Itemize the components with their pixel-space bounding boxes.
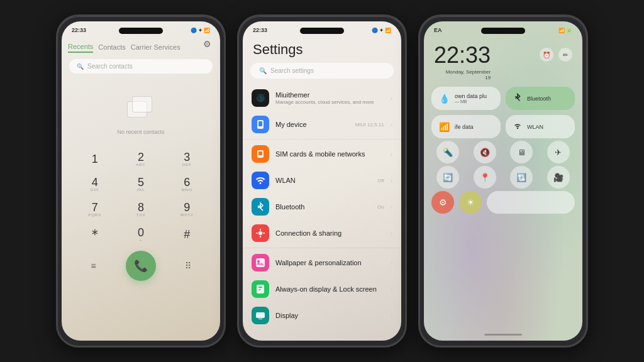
phone-settings: 22:33 🔵 ✦ 📶 Settings 🔍 Search settings 🌑…	[237, 14, 407, 348]
bluetooth-icon	[252, 198, 269, 216]
status-icons: 🔵 ✦ 📶	[372, 28, 391, 33]
chevron-icon: ›	[391, 312, 392, 319]
clock-area: 22:33 Monday, September 19	[434, 44, 491, 80]
location-button[interactable]: 📍	[474, 166, 496, 189]
search-placeholder: Search contacts	[87, 63, 133, 70]
tab-contacts[interactable]: Contacts	[98, 42, 125, 52]
call-button[interactable]: 📞	[126, 251, 156, 281]
card-fg	[132, 96, 152, 112]
settings-sim[interactable]: SIM cards & mobile networks ›	[243, 141, 401, 167]
settings-wallpaper[interactable]: Wallpaper & personalization ›	[243, 250, 401, 276]
bluetooth-label: Bluetooth	[275, 203, 371, 211]
mydevice-icon	[252, 116, 269, 133]
contact-placeholder-icon	[127, 96, 155, 124]
control-icon-row2: 🔄 📍 🔃 🎥	[431, 166, 575, 189]
torch-button[interactable]: 🔦	[436, 141, 459, 163]
sim-label: SIM cards & mobile networks	[275, 150, 384, 158]
sim-content: SIM cards & mobile networks	[275, 150, 384, 158]
search-icon: 🔍	[77, 63, 84, 70]
wlan-content: WLAN	[275, 177, 371, 184]
dial-hash[interactable]: #	[164, 222, 210, 247]
data-tile-info: own data plu — MB	[455, 93, 487, 104]
home-indicator[interactable]	[484, 334, 522, 336]
bluetooth-content: Bluetooth	[275, 203, 371, 211]
settings-connection[interactable]: Connection & sharing ›	[243, 220, 401, 246]
settings-mydevice[interactable]: My device MIUI 12.5.11 ›	[243, 111, 401, 138]
dialpad: 1 2ABC 3DEF 4GHI 5JKL 6MNO 7PQRS 8TUV 9W…	[72, 146, 210, 247]
bottom-controls: ⚙ ☀	[431, 191, 575, 214]
auto-rotate-button[interactable]: 🔄	[436, 166, 459, 189]
miuithemer-label: Miuithemer	[275, 91, 384, 99]
bluetooth-meta: On	[377, 204, 384, 210]
connection-content: Connection & sharing	[275, 229, 384, 237]
wallpaper-icon	[252, 254, 269, 272]
wlan-tile[interactable]: WLAN	[506, 115, 575, 138]
dial-2[interactable]: 2ABC	[118, 146, 164, 172]
status-icons: 🔵 ✦ 📶	[191, 28, 210, 33]
screen-record-button[interactable]: 🖥	[510, 141, 533, 163]
brightness-button[interactable]: ☀	[459, 191, 482, 214]
dial-0[interactable]: 0+	[118, 222, 164, 247]
settings-display[interactable]: Display ›	[243, 302, 401, 329]
settings-screen: 22:33 🔵 ✦ 📶 Settings 🔍 Search settings 🌑…	[243, 21, 401, 341]
camera-button[interactable]: 🎥	[547, 166, 570, 189]
red-setting-button[interactable]: ⚙	[431, 191, 454, 214]
camera-notch	[481, 28, 525, 34]
control-icon-row1: 🔦 🔇 🖥 ✈	[431, 141, 575, 163]
data-sub: — MB	[455, 99, 487, 104]
keypad-button[interactable]: ⠿	[177, 255, 199, 277]
mobile-data-tile[interactable]: 📶 ife data	[431, 115, 501, 138]
dial-5[interactable]: 5JKL	[118, 172, 164, 197]
clock-actions: ⏰ ✏	[540, 48, 572, 62]
clock-date: Monday, September 19	[434, 69, 491, 80]
mobile-data-icon: 📶	[439, 122, 450, 132]
settings-list: 🌑 Miuithemer Manage accounts, cloud serv…	[243, 85, 401, 329]
mobile-data-label: ife data	[455, 124, 474, 130]
bluetooth-tile[interactable]: Bluetooth	[506, 87, 575, 110]
airplane-button[interactable]: ✈	[547, 141, 570, 163]
alarm-icon[interactable]: ⏰	[540, 48, 553, 62]
settings-bluetooth[interactable]: Bluetooth On ›	[243, 194, 401, 220]
search-placeholder: Search settings	[270, 67, 314, 74]
contact-search-bar[interactable]: 🔍 Search contacts	[69, 59, 213, 74]
edit-icon[interactable]: ✏	[558, 48, 572, 62]
dial-3[interactable]: 3DEF	[164, 146, 210, 172]
voicemail-button[interactable]: ≡	[82, 255, 105, 277]
miuithemer-content: Miuithemer Manage accounts, cloud servic…	[275, 91, 384, 105]
wlan-tile-icon	[513, 121, 522, 132]
svg-rect-11	[256, 312, 265, 318]
nfc-button[interactable]: 🔃	[510, 166, 533, 189]
dial-7[interactable]: 7PQRS	[72, 197, 118, 222]
camera-notch	[119, 28, 163, 34]
chevron-icon: ›	[391, 286, 392, 293]
dial-actions: ≡ 📞 ⠿	[62, 247, 220, 285]
dial-4[interactable]: 4GHI	[72, 172, 118, 197]
miuithemer-icon: 🌑	[252, 89, 269, 107]
dial-8[interactable]: 8TUV	[118, 197, 164, 222]
bluetooth-tile-icon	[513, 93, 522, 104]
status-icons: 📶 🔋	[558, 28, 572, 33]
wlan-tile-label: WLAN	[527, 124, 543, 130]
settings-search-bar[interactable]: 🔍 Search settings	[250, 63, 394, 79]
settings-miuithemer[interactable]: 🌑 Miuithemer Manage accounts, cloud serv…	[243, 85, 401, 111]
data-tile[interactable]: 💧 own data plu — MB	[431, 87, 501, 110]
mute-button[interactable]: 🔇	[474, 141, 496, 163]
control-tiles-grid: 💧 own data plu — MB Bluetooth 📶 ife data	[431, 87, 575, 138]
dial-9[interactable]: 9WXYZ	[164, 197, 210, 222]
settings-aod[interactable]: Always-on display & Lock screen ›	[243, 276, 401, 302]
control-center-screen: EA 📶 🔋 22:33 Monday, September 19 ⏰ ✏	[424, 21, 582, 341]
tab-recents[interactable]: Recents	[68, 41, 93, 53]
wlan-label: WLAN	[275, 177, 371, 184]
chevron-icon: ›	[391, 121, 392, 128]
dial-1[interactable]: 1	[72, 146, 118, 172]
phone-control-center: EA 📶 🔋 22:33 Monday, September 19 ⏰ ✏	[418, 14, 588, 348]
brightness-slider[interactable]	[487, 191, 575, 214]
phone3-screen: EA 📶 🔋 22:33 Monday, September 19 ⏰ ✏	[424, 21, 582, 341]
settings-wlan[interactable]: WLAN Off ›	[243, 167, 401, 194]
dial-6[interactable]: 6MNO	[164, 172, 210, 197]
settings-gear-icon[interactable]: ⚙	[203, 39, 211, 49]
dial-star[interactable]: ＊	[72, 222, 118, 247]
svg-point-6	[258, 231, 262, 235]
tab-carrier[interactable]: Carrier Services	[131, 42, 180, 52]
chevron-icon: ›	[391, 151, 392, 158]
